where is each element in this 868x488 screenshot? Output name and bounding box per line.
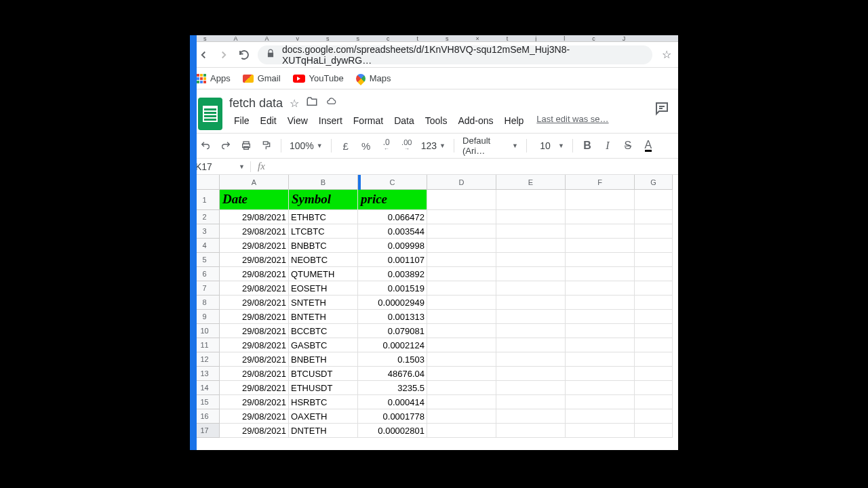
cell[interactable] bbox=[566, 324, 635, 338]
cell-symbol[interactable]: SNTETH bbox=[289, 296, 358, 310]
menu-data[interactable]: Data bbox=[389, 114, 419, 127]
strikethrough-button[interactable]: S bbox=[619, 137, 637, 155]
cell-price[interactable]: 0.000414 bbox=[358, 395, 427, 409]
col-header-c[interactable]: C bbox=[358, 175, 427, 190]
gmail-bookmark[interactable]: Gmail bbox=[243, 73, 281, 83]
cell[interactable] bbox=[635, 253, 673, 267]
currency-button[interactable]: £ bbox=[337, 137, 355, 155]
cell[interactable] bbox=[427, 381, 496, 395]
cell[interactable] bbox=[496, 253, 566, 267]
percent-button[interactable]: % bbox=[357, 137, 375, 155]
font-size-select[interactable]: 10▼ bbox=[532, 140, 567, 151]
cell-header-symbol[interactable]: Symbol bbox=[289, 190, 358, 210]
cell[interactable] bbox=[496, 395, 566, 409]
cell[interactable] bbox=[635, 190, 673, 210]
cell-date[interactable]: 29/08/2021 bbox=[220, 267, 289, 281]
cell[interactable] bbox=[496, 409, 566, 424]
cell-symbol[interactable]: EOSETH bbox=[289, 281, 358, 296]
cell[interactable] bbox=[635, 424, 673, 438]
cell[interactable] bbox=[496, 367, 566, 381]
cell-price[interactable]: 0.003892 bbox=[358, 267, 427, 281]
cell-date[interactable]: 29/08/2021 bbox=[220, 424, 289, 438]
cell[interactable] bbox=[566, 190, 635, 210]
cell[interactable] bbox=[427, 409, 496, 424]
more-formats-button[interactable]: 123▼ bbox=[418, 140, 448, 151]
cell-date[interactable]: 29/08/2021 bbox=[220, 395, 289, 409]
cell[interactable] bbox=[566, 281, 635, 296]
forward-button[interactable] bbox=[217, 48, 231, 62]
decrease-decimal-button[interactable]: .0← bbox=[378, 137, 395, 155]
bold-button[interactable]: B bbox=[578, 137, 596, 155]
star-icon[interactable]: ☆ bbox=[290, 97, 299, 110]
maps-bookmark[interactable]: Maps bbox=[356, 73, 391, 83]
cell-price[interactable]: 0.001519 bbox=[358, 281, 427, 296]
menu-format[interactable]: Format bbox=[349, 114, 388, 127]
cell[interactable] bbox=[566, 381, 635, 395]
cell-price[interactable]: 0.0002124 bbox=[358, 338, 427, 352]
comments-icon[interactable] bbox=[654, 100, 670, 119]
bookmark-star-icon[interactable]: ☆ bbox=[662, 48, 671, 61]
cell-symbol[interactable]: BNBETH bbox=[289, 352, 358, 367]
move-icon[interactable] bbox=[306, 96, 318, 110]
increase-decimal-button[interactable]: .00→ bbox=[398, 137, 416, 155]
cell-date[interactable]: 29/08/2021 bbox=[220, 310, 289, 324]
cell[interactable] bbox=[635, 324, 673, 338]
italic-button[interactable]: I bbox=[599, 137, 616, 155]
cell[interactable] bbox=[496, 310, 566, 324]
cell[interactable] bbox=[566, 395, 635, 409]
redo-button[interactable] bbox=[217, 137, 235, 155]
cell[interactable] bbox=[566, 239, 635, 253]
cell-date[interactable]: 29/08/2021 bbox=[220, 239, 289, 253]
col-header-e[interactable]: E bbox=[496, 175, 566, 190]
cell-price[interactable]: 0.0001778 bbox=[358, 409, 427, 424]
menu-edit[interactable]: Edit bbox=[256, 114, 281, 127]
cell-symbol[interactable]: HSRBTC bbox=[289, 395, 358, 409]
doc-title[interactable]: fetch data bbox=[229, 96, 283, 110]
cell[interactable] bbox=[566, 424, 635, 438]
cell[interactable] bbox=[635, 281, 673, 296]
cell-symbol[interactable]: NEOBTC bbox=[289, 253, 358, 267]
cell-price[interactable]: 0.001313 bbox=[358, 310, 427, 324]
cell[interactable] bbox=[427, 352, 496, 367]
cell[interactable] bbox=[427, 239, 496, 253]
cell[interactable] bbox=[427, 367, 496, 381]
menu-addons[interactable]: Add-ons bbox=[453, 114, 498, 127]
cell-symbol[interactable]: QTUMETH bbox=[289, 267, 358, 281]
cell[interactable] bbox=[635, 409, 673, 424]
col-header-a[interactable]: A bbox=[220, 175, 289, 190]
menu-tools[interactable]: Tools bbox=[420, 114, 452, 127]
formula-input[interactable] bbox=[272, 159, 678, 174]
cell-date[interactable]: 29/08/2021 bbox=[220, 224, 289, 239]
cell[interactable] bbox=[635, 381, 673, 395]
cell[interactable] bbox=[566, 310, 635, 324]
cell-date[interactable]: 29/08/2021 bbox=[220, 381, 289, 395]
cell[interactable] bbox=[427, 324, 496, 338]
cell[interactable] bbox=[635, 239, 673, 253]
apps-bookmark[interactable]: Apps bbox=[197, 73, 231, 83]
print-button[interactable] bbox=[237, 137, 255, 155]
cell-symbol[interactable]: LTCBTC bbox=[289, 224, 358, 239]
cell[interactable] bbox=[427, 253, 496, 267]
cell[interactable] bbox=[566, 367, 635, 381]
cell[interactable] bbox=[427, 190, 496, 210]
col-header-b[interactable]: B bbox=[289, 175, 358, 190]
cell[interactable] bbox=[635, 296, 673, 310]
cell-price[interactable]: 0.00002949 bbox=[358, 296, 427, 310]
cell[interactable] bbox=[496, 338, 566, 352]
cell[interactable] bbox=[566, 409, 635, 424]
cell[interactable] bbox=[635, 352, 673, 367]
cell[interactable] bbox=[427, 424, 496, 438]
cell[interactable] bbox=[566, 296, 635, 310]
cell[interactable] bbox=[566, 224, 635, 239]
reload-button[interactable] bbox=[237, 48, 251, 62]
cell[interactable] bbox=[635, 310, 673, 324]
text-color-button[interactable]: A bbox=[639, 137, 657, 155]
cell[interactable] bbox=[427, 281, 496, 296]
cell-price[interactable]: 0.003544 bbox=[358, 224, 427, 239]
cell-symbol[interactable]: ETHBTC bbox=[289, 210, 358, 224]
cell[interactable] bbox=[496, 267, 566, 281]
cell[interactable] bbox=[496, 224, 566, 239]
cell-date[interactable]: 29/08/2021 bbox=[220, 253, 289, 267]
cell-price[interactable]: 0.1503 bbox=[358, 352, 427, 367]
cell-symbol[interactable]: BNBBTC bbox=[289, 239, 358, 253]
